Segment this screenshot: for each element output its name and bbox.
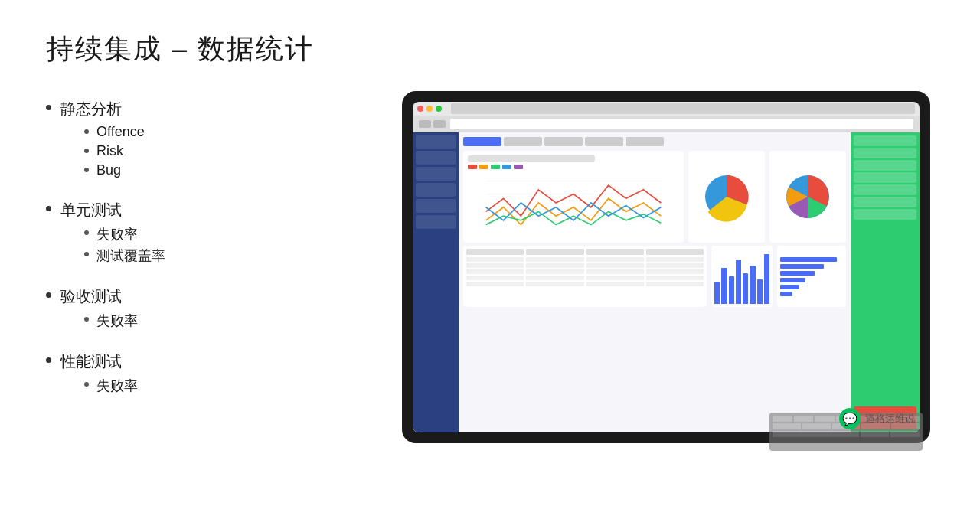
pie-svg-1 <box>700 170 753 224</box>
cell <box>466 257 524 262</box>
tab-1 <box>463 137 501 146</box>
nav-dots <box>419 120 446 128</box>
green-row-5 <box>854 184 916 195</box>
green-row-6 <box>854 197 916 207</box>
watermark-text: 逼格运维说 <box>865 412 915 426</box>
content-area: 静态分析 Offence Risk Bug <box>46 91 934 496</box>
table-row-2 <box>466 263 704 268</box>
sub-label-offence: Offence <box>96 124 145 140</box>
sub-label-fail-rate-2: 失败率 <box>96 312 138 330</box>
monitor-outer <box>402 91 930 443</box>
sub-dot <box>84 382 89 387</box>
cell <box>466 276 524 280</box>
cell <box>586 269 644 274</box>
pie-chart-2 <box>769 151 846 243</box>
sub-label-coverage: 测试覆盖率 <box>96 246 165 265</box>
cell <box>646 263 704 268</box>
legend-2 <box>479 165 488 169</box>
main-label-static: 静态分析 <box>60 99 122 119</box>
bullet-dot <box>46 105 51 110</box>
green-row-2 <box>854 148 916 158</box>
col-1 <box>466 249 524 255</box>
browser-chrome <box>413 116 920 132</box>
sub-label-bug: Bug <box>96 162 121 178</box>
dash-sidebar <box>413 132 459 432</box>
traffic-green <box>436 106 442 112</box>
legend-4 <box>502 165 511 169</box>
dash-right-panel <box>851 132 920 432</box>
cell <box>526 257 583 262</box>
hbar-4 <box>780 278 805 282</box>
dashboard <box>413 132 920 432</box>
hbar-5 <box>780 285 799 289</box>
sub-dot <box>84 149 89 153</box>
table-box-1 <box>463 246 707 307</box>
main-label-acceptance: 验收测试 <box>60 286 122 307</box>
hbar-2 <box>780 264 824 269</box>
sub-item-fail-rate-1: 失败率 <box>84 225 368 243</box>
sub-dot <box>84 168 89 172</box>
main-label-unit: 单元测试 <box>60 200 122 220</box>
wechat-icon: 💬 <box>839 408 861 429</box>
sub-dot <box>84 252 89 256</box>
sidebar-item-3 <box>416 167 456 181</box>
dash-main <box>459 132 851 432</box>
sub-label-risk: Risk <box>96 143 123 159</box>
sub-item-offence: Offence <box>84 124 368 140</box>
right-panel: 💬 逼格运维说 <box>398 91 934 443</box>
sidebar-item-2 <box>416 151 456 165</box>
cell <box>466 263 524 268</box>
cell <box>586 263 644 268</box>
tab-3 <box>544 137 583 146</box>
hbar-6 <box>780 292 792 296</box>
sub-label-fail-rate-3: 失败率 <box>96 377 138 395</box>
col-4 <box>646 249 704 255</box>
sub-bullets-static: Offence Risk Bug <box>84 124 368 178</box>
sub-bullets-acceptance: 失败率 <box>84 312 368 330</box>
bar-chart <box>711 246 773 307</box>
sub-dot <box>84 129 89 134</box>
cell <box>646 282 704 286</box>
legend-3 <box>491 165 500 169</box>
monitor-container: 💬 逼格运维说 <box>402 91 930 443</box>
pie-chart-1 <box>688 151 765 243</box>
section-perf-test: 性能测试 失败率 <box>46 351 368 395</box>
bullet-dot <box>46 206 51 211</box>
green-row-7 <box>854 209 916 220</box>
bar-1 <box>714 282 720 304</box>
cell <box>466 282 524 286</box>
nav-forward <box>433 120 446 128</box>
legend-1 <box>468 165 477 169</box>
wechat-symbol: 💬 <box>842 412 858 426</box>
sub-dot <box>84 317 89 322</box>
section-static-analysis: 静态分析 Offence Risk Bug <box>46 99 368 178</box>
screen-bezel <box>413 102 920 432</box>
left-panel: 静态分析 Offence Risk Bug <box>46 91 368 416</box>
legend-5 <box>514 165 523 169</box>
table-header <box>466 249 704 255</box>
sidebar-item-1 <box>416 135 456 149</box>
horiz-bar-chart <box>777 246 846 307</box>
key <box>802 423 831 429</box>
bullet-main-perf: 性能测试 <box>46 351 368 372</box>
hbar-1 <box>780 257 837 262</box>
section-acceptance-test: 验收测试 失败率 <box>46 286 368 330</box>
hbar-3 <box>780 271 815 276</box>
mac-menubar <box>413 102 920 116</box>
tab-2 <box>504 137 542 146</box>
tab-4 <box>585 137 623 146</box>
chart-legend <box>468 165 679 169</box>
bar-6 <box>750 266 755 304</box>
table-row-3 <box>466 269 704 274</box>
traffic-yellow <box>426 106 433 112</box>
cell <box>526 282 583 286</box>
key <box>773 416 792 422</box>
line-chart-box <box>463 151 684 243</box>
sub-bullets-perf: 失败率 <box>84 377 368 395</box>
pie-svg-2 <box>781 170 835 224</box>
bullet-main-acceptance: 验收测试 <box>46 286 368 307</box>
line-chart-svg <box>468 172 679 233</box>
menubar-space <box>451 103 915 114</box>
green-row-4 <box>854 172 916 183</box>
table-row-5 <box>466 282 704 286</box>
